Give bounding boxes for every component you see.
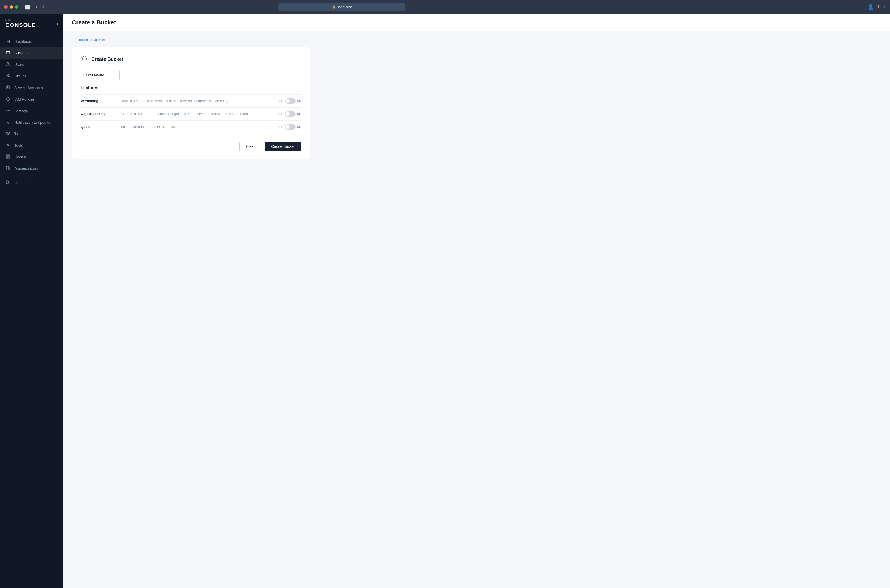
- address-text: localhost: [338, 5, 352, 9]
- page-header: Create a Bucket: [63, 14, 890, 32]
- quota-toggle-wrapper: OFF ON: [278, 124, 302, 129]
- notification-endpoints-icon: λ: [5, 120, 11, 125]
- logo-console: CONSOLE: [5, 22, 36, 28]
- sidebar-item-label: Settings: [14, 109, 28, 113]
- sidebar-toggle-button[interactable]: ‹: [57, 21, 58, 27]
- sidebar-item-iam-policies[interactable]: IAM Policies: [0, 94, 63, 105]
- logo-text: MINI○ CONSOLE: [5, 19, 36, 28]
- card-title: Create Bucket: [91, 57, 123, 62]
- service-accounts-icon: [5, 85, 11, 90]
- object-locking-toggle[interactable]: [285, 111, 296, 117]
- sidebar-item-label: Logout: [14, 181, 26, 185]
- sidebar-item-settings[interactable]: Settings: [0, 105, 63, 117]
- share-icon[interactable]: ⬆: [876, 4, 880, 10]
- sidebar-item-label: IAM Policies: [14, 97, 35, 102]
- forward-button[interactable]: ›: [34, 4, 39, 10]
- object-locking-on-label: ON: [297, 112, 302, 116]
- page-title: Create a Bucket: [72, 19, 881, 26]
- nav-divider: [0, 176, 63, 176]
- sidebar-item-documentation[interactable]: Documentation: [0, 163, 63, 174]
- close-button[interactable]: [4, 5, 8, 9]
- svg-marker-11: [7, 132, 9, 134]
- sidebar-item-label: Users: [14, 62, 24, 67]
- license-icon: [5, 154, 11, 160]
- browser-chrome: ⬜ › ℹ 🔒 localhost 👤 ⬆ +: [0, 0, 890, 14]
- iam-policies-icon: [5, 97, 11, 102]
- versioning-off-label: OFF: [278, 99, 283, 103]
- create-bucket-button[interactable]: Create Bucket: [265, 142, 301, 151]
- users-icon: [5, 62, 11, 67]
- extension-button[interactable]: ℹ: [41, 4, 45, 10]
- sidebar-item-label: Tools: [14, 143, 23, 147]
- card-actions: Clear Create Bucket: [81, 140, 301, 151]
- profile-icon[interactable]: 👤: [868, 4, 873, 10]
- svg-rect-1: [6, 52, 9, 54]
- sidebar-item-service-accounts[interactable]: Service Accounts: [0, 82, 63, 94]
- return-to-buckets-link[interactable]: ← Return to Buckets: [72, 38, 881, 42]
- quota-on-label: ON: [297, 125, 302, 129]
- svg-point-9: [8, 110, 9, 111]
- bucket-name-label: Bucket Name: [81, 73, 115, 77]
- bucket-name-row: Bucket Name: [81, 70, 301, 80]
- create-bucket-card: Create Bucket Bucket Name Features Versi…: [72, 47, 310, 159]
- quota-row: Quota Limit the amount of data in the bu…: [81, 120, 301, 133]
- documentation-icon: [5, 166, 11, 171]
- groups-icon: [5, 74, 11, 79]
- versioning-on-label: ON: [297, 99, 302, 103]
- svg-point-5: [7, 74, 8, 76]
- svg-point-8: [8, 87, 9, 87]
- versioning-description: Allows to keep multiple versions of the …: [119, 98, 273, 104]
- sidebar-item-tools[interactable]: Tools: [0, 140, 63, 151]
- tools-icon: [5, 143, 11, 148]
- quota-label: Quota: [81, 124, 115, 129]
- sidebar-item-dashboard[interactable]: ⊞ Dashboard: [0, 36, 63, 47]
- svg-rect-18: [6, 166, 9, 170]
- object-locking-row: Object Locking Required to support reten…: [81, 107, 301, 120]
- bucket-name-input[interactable]: [119, 70, 301, 80]
- logout-icon: [5, 180, 11, 185]
- traffic-lights: [4, 5, 18, 9]
- features-title: Features: [81, 86, 301, 90]
- versioning-toggle[interactable]: [285, 98, 296, 104]
- new-tab-icon[interactable]: +: [883, 4, 886, 10]
- sidebar-item-tiers[interactable]: Tiers: [0, 128, 63, 140]
- sidebar-item-license[interactable]: License: [0, 151, 63, 163]
- sidebar-item-notification-endpoints[interactable]: λ Notification Endpoints: [0, 117, 63, 128]
- sidebar-logo: MINI○ CONSOLE ‹: [0, 14, 63, 34]
- minimize-button[interactable]: [9, 5, 13, 9]
- sidebar-item-label: Tiers: [14, 132, 23, 136]
- versioning-label: Versioning: [81, 98, 115, 103]
- versioning-toggle-wrapper: OFF ON: [278, 98, 302, 104]
- favicon-icon: 🔒: [332, 5, 336, 9]
- sidebar-item-label: Dashboard: [14, 39, 33, 44]
- object-locking-off-label: OFF: [278, 112, 283, 116]
- main-content: Create a Bucket ← Return to Buckets: [63, 14, 890, 588]
- sidebar: MINI○ CONSOLE ‹ ⊞ Dashboard Buckets User…: [0, 14, 63, 588]
- sidebar-item-users[interactable]: Users: [0, 59, 63, 70]
- back-button[interactable]: ⬜: [24, 4, 32, 10]
- quota-description: Limit the amount of data in the bucket.: [119, 124, 273, 129]
- sidebar-item-label: Groups: [14, 74, 27, 78]
- object-locking-track: [285, 111, 296, 117]
- quota-toggle[interactable]: [285, 124, 296, 129]
- settings-icon: [5, 108, 11, 114]
- quota-track: [285, 124, 296, 129]
- browser-controls: ⬜ › ℹ: [24, 4, 45, 10]
- quota-off-label: OFF: [278, 125, 283, 129]
- clear-button[interactable]: Clear: [239, 142, 262, 151]
- sidebar-item-logout[interactable]: Logout: [0, 177, 63, 189]
- svg-point-4: [7, 62, 9, 64]
- sidebar-item-groups[interactable]: Groups: [0, 70, 63, 82]
- dashboard-icon: ⊞: [5, 39, 11, 44]
- sidebar-item-label: Buckets: [14, 51, 27, 55]
- card-header: Create Bucket: [81, 55, 301, 64]
- object-locking-label: Object Locking: [81, 111, 115, 116]
- buckets-icon: [5, 50, 11, 56]
- return-link-text: Return to Buckets: [78, 38, 105, 42]
- sidebar-item-buckets[interactable]: Buckets: [0, 47, 63, 59]
- object-locking-toggle-wrapper: OFF ON: [278, 111, 302, 117]
- address-bar[interactable]: 🔒 localhost: [278, 3, 405, 11]
- maximize-button[interactable]: [15, 5, 18, 9]
- svg-point-6: [8, 74, 9, 75]
- bucket-icon: [81, 55, 88, 64]
